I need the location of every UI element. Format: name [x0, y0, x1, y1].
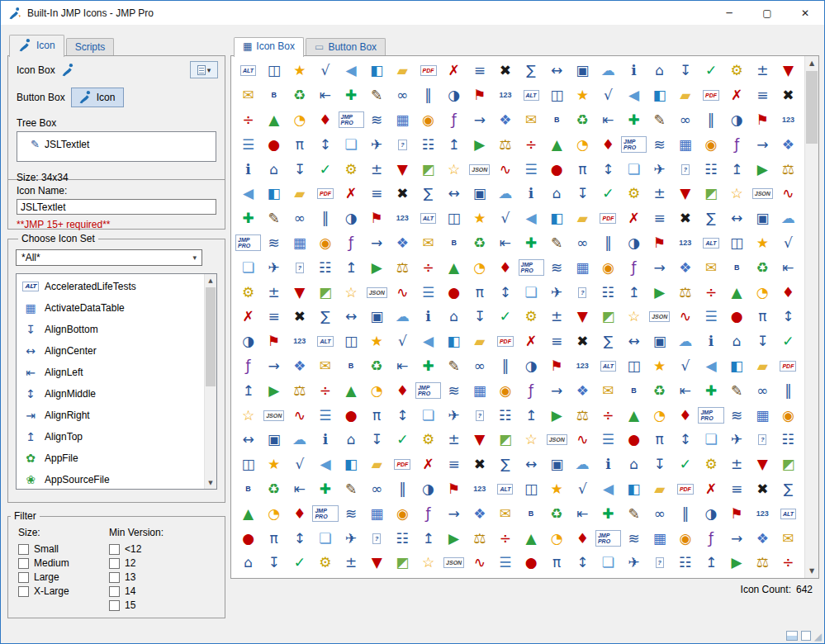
grid-icon[interactable]: B: [544, 108, 570, 133]
filter-minversion-checkbox-12[interactable]: 12: [109, 556, 164, 570]
grid-icon[interactable]: ◀: [698, 354, 723, 379]
grid-icon[interactable]: ☁: [390, 305, 415, 329]
grid-icon[interactable]: ∿: [672, 305, 698, 329]
filter-minversion-checkbox--12[interactable]: <12: [109, 542, 164, 556]
grid-icon[interactable]: ✖: [750, 477, 775, 502]
grid-icon[interactable]: ≡: [441, 452, 467, 477]
filter-minversion-checkbox-13[interactable]: 13: [109, 571, 164, 584]
grid-icon[interactable]: ⚙: [621, 182, 647, 206]
grid-icon[interactable]: ◑: [339, 206, 364, 231]
grid-icon[interactable]: →: [261, 354, 287, 379]
grid-icon[interactable]: ⚑: [544, 354, 570, 379]
grid-icon[interactable]: ◑: [415, 477, 441, 502]
grid-icon[interactable]: ✎: [724, 378, 750, 403]
grid-icon[interactable]: ✉: [235, 83, 261, 108]
grid-icon[interactable]: ▦: [672, 132, 698, 157]
grid-icon[interactable]: ⚑: [647, 231, 672, 256]
grid-icon[interactable]: ±: [544, 305, 570, 329]
grid-icon[interactable]: ☷: [492, 403, 518, 428]
grid-icon[interactable]: ↥: [235, 378, 261, 403]
grid-icon[interactable]: ◀: [595, 477, 621, 502]
grid-icon[interactable]: ▶: [261, 378, 287, 403]
grid-icon[interactable]: ◧: [724, 354, 750, 379]
grid-icon[interactable]: ƒ: [698, 526, 723, 551]
grid-icon[interactable]: ◫: [519, 477, 544, 502]
grid-icon[interactable]: ☰: [235, 132, 261, 157]
icon-set-list-item[interactable]: ⇥AlignRight: [20, 405, 204, 426]
grid-icon[interactable]: ▼: [287, 280, 312, 305]
grid-icon[interactable]: ✎: [261, 206, 287, 231]
grid-icon[interactable]: ❏: [621, 157, 647, 182]
grid-icon[interactable]: JMP PRO: [621, 132, 647, 157]
grid-icon[interactable]: ▦: [287, 231, 312, 256]
grid-icon[interactable]: ✚: [595, 501, 621, 526]
grid-icon[interactable]: ◉: [595, 255, 621, 280]
grid-icon[interactable]: ●: [519, 551, 544, 575]
grid-icon[interactable]: ƒ: [724, 132, 750, 157]
grid-icon[interactable]: ?: [750, 428, 775, 452]
grid-icon[interactable]: ▦: [390, 108, 415, 133]
grid-icon[interactable]: ✖: [390, 182, 415, 206]
grid-icon[interactable]: ⚖: [390, 255, 415, 280]
grid-icon[interactable]: ◧: [544, 206, 570, 231]
grid-icon[interactable]: π: [467, 280, 492, 305]
minimize-button[interactable]: ─: [710, 1, 748, 25]
grid-icon[interactable]: ◩: [492, 428, 518, 452]
grid-icon[interactable]: ▲: [235, 501, 261, 526]
grid-icon[interactable]: JMP PRO: [519, 255, 544, 280]
grid-icon[interactable]: ALT: [492, 477, 518, 502]
grid-icon[interactable]: ◀: [312, 452, 338, 477]
grid-icon[interactable]: ◩: [415, 157, 441, 182]
checkbox-icon[interactable]: [109, 600, 120, 611]
grid-icon[interactable]: ∿: [287, 403, 312, 428]
grid-icon[interactable]: ❖: [492, 108, 518, 133]
grid-icon[interactable]: ▣: [647, 329, 672, 354]
grid-icon[interactable]: ↧: [570, 182, 595, 206]
grid-icon[interactable]: ✚: [312, 477, 338, 502]
grid-icon[interactable]: π: [570, 157, 595, 182]
icon-set-list-item[interactable]: ↕AlignMiddle: [20, 383, 204, 405]
grid-icon[interactable]: ℹ: [519, 182, 544, 206]
grid-icon[interactable]: ▶: [544, 403, 570, 428]
grid-icon[interactable]: ALT: [312, 329, 338, 354]
grid-icon[interactable]: ⌂: [621, 452, 647, 477]
grid-icon[interactable]: ☰: [595, 428, 621, 452]
grid-icon[interactable]: ∞: [287, 206, 312, 231]
grid-icon[interactable]: ∞: [390, 83, 415, 108]
grid-icon[interactable]: ◀: [415, 329, 441, 354]
grid-icon[interactable]: ☁: [595, 59, 621, 83]
grid-icon[interactable]: →: [724, 526, 750, 551]
grid-icon[interactable]: π: [364, 403, 390, 428]
grid-icon[interactable]: ▶: [467, 132, 492, 157]
grid-icon[interactable]: ♻: [544, 501, 570, 526]
grid-icon[interactable]: ▼: [750, 452, 775, 477]
grid-icon[interactable]: ∞: [672, 108, 698, 133]
grid-icon[interactable]: B: [441, 231, 467, 256]
grid-icon[interactable]: ▲: [441, 255, 467, 280]
icon-set-list-item[interactable]: ↧AlignBottom: [20, 319, 204, 340]
grid-icon[interactable]: ≡: [261, 305, 287, 329]
grid-icon[interactable]: ✗: [698, 477, 723, 502]
grid-icon[interactable]: ⚑: [724, 501, 750, 526]
grid-icon[interactable]: ☆: [235, 403, 261, 428]
grid-icon[interactable]: ✚: [621, 108, 647, 133]
grid-icon[interactable]: ●: [621, 428, 647, 452]
grid-icon[interactable]: ⚙: [724, 59, 750, 83]
icon-set-list-scrollbar[interactable]: ▲ ▼: [204, 274, 216, 489]
grid-icon[interactable]: ↕: [492, 280, 518, 305]
grid-icon[interactable]: ▲: [261, 108, 287, 133]
grid-icon[interactable]: ☷: [312, 255, 338, 280]
grid-icon[interactable]: PDF: [390, 452, 415, 477]
grid-icon[interactable]: ▦: [467, 378, 492, 403]
grid-icon[interactable]: ⇤: [672, 378, 698, 403]
grid-icon[interactable]: ⚙: [698, 452, 723, 477]
grid-icon[interactable]: ≋: [441, 378, 467, 403]
grid-icon[interactable]: ✈: [621, 551, 647, 575]
grid-icon[interactable]: ◑: [441, 83, 467, 108]
grid-icon[interactable]: ↧: [287, 157, 312, 182]
grid-icon[interactable]: ▶: [724, 551, 750, 575]
grid-icon[interactable]: ✈: [441, 403, 467, 428]
grid-icon[interactable]: ◔: [544, 526, 570, 551]
grid-icon[interactable]: ◩: [775, 452, 801, 477]
checkbox-icon[interactable]: [109, 572, 120, 583]
